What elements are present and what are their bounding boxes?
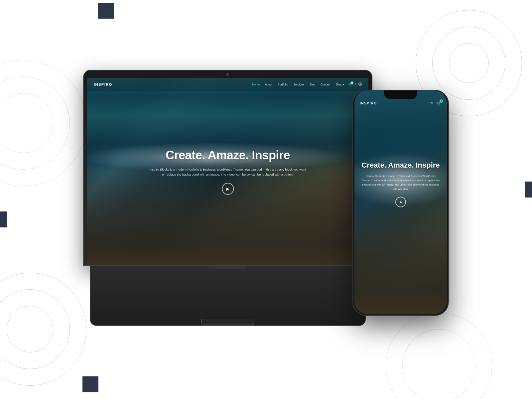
phone-cart-icon[interactable]: 🛒 0 [436,101,442,106]
laptop-body: INSPIRO Home About Portfolio Services Bl… [83,70,372,266]
nav-link-shop[interactable]: Shop [335,83,344,86]
laptop-screen: INSPIRO Home About Portfolio Services Bl… [87,78,368,265]
laptop-camera [226,73,229,76]
laptop-hero-title: Create. Amaze. Inspire [101,148,354,162]
phone-notch [384,90,417,99]
phone-logo: INSPIRO [360,101,377,105]
laptop-nav-links: Home About Portfolio Services Blog Conta… [252,83,344,86]
nav-link-home[interactable]: Home [252,83,260,86]
cart-badge: 0 [350,81,353,84]
nav-link-services[interactable]: Services [293,83,304,86]
laptop-play-button[interactable]: ▶ [222,183,234,195]
laptop-stand [201,319,254,325]
phone-hero-title: Create. Amaze. Inspire [361,161,440,170]
laptop-hero-subtitle: Inspiro Blocks is a modern Portfolio & B… [148,167,308,177]
nav-link-about[interactable]: About [265,83,272,86]
svg-point-1 [359,83,360,84]
svg-rect-0 [359,83,361,85]
facebook-icon[interactable]: 𝑓 [355,82,356,86]
phone-cart-badge: 0 [440,99,443,103]
hamburger-icon[interactable]: ≡ [430,101,433,105]
phone-nav-right: ≡ 🛒 0 [430,101,442,106]
laptop-hero-content: Create. Amaze. Inspire Inspiro Blocks is… [101,148,354,195]
phone-screen: INSPIRO ≡ 🛒 0 Create. Amaze. Inspire In [354,90,447,314]
svg-point-2 [361,83,361,83]
laptop-nav-icons: 🛒 0 𝑓 [348,82,362,86]
nav-link-blog[interactable]: Blog [310,83,315,86]
laptop-keyboard-base [90,266,366,326]
phone-body: INSPIRO ≡ 🛒 0 Create. Amaze. Inspire In [352,90,449,316]
main-scene: INSPIRO Home About Portfolio Services Bl… [0,0,532,399]
phone-device: INSPIRO ≡ 🛒 0 Create. Amaze. Inspire In [352,90,449,316]
nav-link-portfolio[interactable]: Portfolio [278,83,288,86]
instagram-icon[interactable] [358,82,362,86]
nav-link-contact[interactable]: Contact [321,83,330,86]
laptop-navbar: INSPIRO Home About Portfolio Services Bl… [87,78,368,91]
phone-play-button[interactable]: ▶ [395,197,406,207]
devices-wrapper: INSPIRO Home About Portfolio Services Bl… [83,50,449,349]
phone-hero-content: Create. Amaze. Inspire Inspiro Blocks is… [354,161,447,207]
phone-hero-rocks [354,202,447,314]
laptop-hinge [208,266,248,269]
phone-hero-subtitle: Inspiro Blocks is a modern Portfolio & B… [361,174,440,192]
cart-icon-wrap[interactable]: 🛒 0 [348,83,352,86]
laptop-device: INSPIRO Home About Portfolio Services Bl… [83,70,372,326]
laptop-logo: INSPIRO [94,82,112,86]
